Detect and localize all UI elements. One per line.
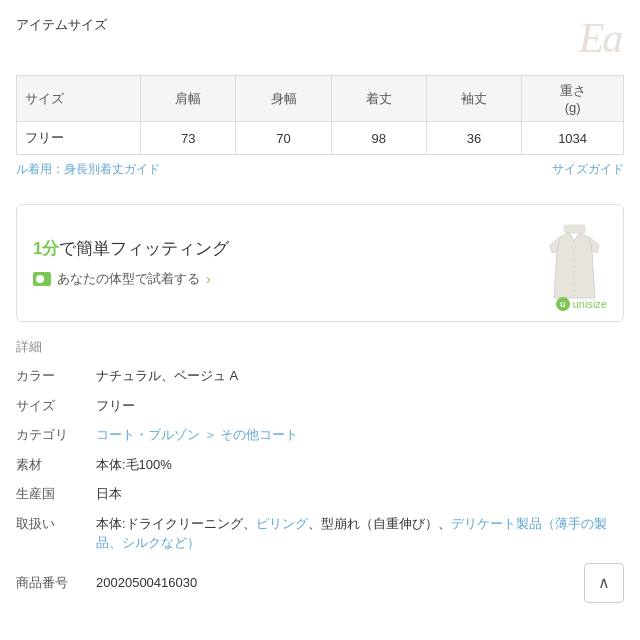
cell-shoulder: 73 <box>141 122 236 155</box>
fitting-image <box>542 223 607 303</box>
height-guide-link[interactable]: ル着用：身長別着丈ガイド <box>16 161 160 178</box>
col-header-weight: 重さ(g) <box>522 76 624 122</box>
detail-row-color: カラー ナチュラル、ベージュ A <box>16 366 624 386</box>
detail-row-size: サイズ フリー <box>16 396 624 416</box>
col-header-size: サイズ <box>17 76 141 122</box>
delicate-link[interactable]: デリケート製品（薄手の製品、シルクなど） <box>96 516 607 551</box>
fitting-subtitle-text: あなたの体型で試着する <box>57 270 200 288</box>
col-header-width: 身幅 <box>236 76 331 122</box>
size-section: アイテムサイズ サイズ 肩幅 身幅 着丈 袖丈 重さ(g) フリー 73 70 … <box>16 16 624 204</box>
fitting-subtitle[interactable]: あなたの体型で試着する › <box>33 270 532 288</box>
detail-value-category: コート・ブルゾン ＞ その他コート <box>96 425 624 445</box>
detail-label-care: 取扱い <box>16 514 96 534</box>
unisize-label: u unisize <box>556 297 607 311</box>
fitting-title-highlight: 1分 <box>33 239 59 258</box>
detail-label-origin: 生産国 <box>16 484 96 504</box>
fitting-icon <box>33 272 51 286</box>
fitting-title: 1分で簡単フィッティング <box>33 238 532 260</box>
cell-weight: 1034 <box>522 122 624 155</box>
unisize-text: unisize <box>573 298 607 310</box>
fitting-arrow-icon: › <box>206 271 211 287</box>
detail-value-care: 本体:ドライクリーニング、ピリング、型崩れ（自重伸び）、デリケート製品（薄手の製… <box>96 514 624 553</box>
detail-row-category: カテゴリ コート・ブルゾン ＞ その他コート <box>16 425 624 445</box>
table-header-row: サイズ 肩幅 身幅 着丈 袖丈 重さ(g) <box>17 76 624 122</box>
dress-illustration <box>542 223 607 303</box>
detail-value-size: フリー <box>96 396 624 416</box>
table-row: フリー 73 70 98 36 1034 <box>17 122 624 155</box>
detail-value-color: ナチュラル、ベージュ A <box>96 366 624 386</box>
details-header: 詳細 <box>16 338 624 356</box>
detail-label-material: 素材 <box>16 455 96 475</box>
cell-size: フリー <box>17 122 141 155</box>
guide-links: ル着用：身長別着丈ガイド サイズガイド <box>16 161 624 178</box>
svg-rect-0 <box>564 225 585 233</box>
detail-row-origin: 生産国 日本 <box>16 484 624 504</box>
detail-label-size: サイズ <box>16 396 96 416</box>
unisize-icon: u <box>556 297 570 311</box>
fitting-title-text: で簡単フィッティング <box>59 239 229 258</box>
fitting-box[interactable]: 1分で簡単フィッティング あなたの体型で試着する › <box>16 204 624 322</box>
back-to-top-button[interactable]: ∧ <box>584 563 624 603</box>
detail-value-material: 本体:毛100% <box>96 455 624 475</box>
size-guide-link[interactable]: サイズガイド <box>552 161 624 178</box>
col-header-length: 着丈 <box>331 76 426 122</box>
ea-badge-area: Ea <box>560 0 640 75</box>
details-section: 詳細 カラー ナチュラル、ベージュ A サイズ フリー カテゴリ コート・ブルゾ… <box>16 338 624 623</box>
ea-badge: Ea <box>579 17 622 59</box>
detail-row-care: 取扱い 本体:ドライクリーニング、ピリング、型崩れ（自重伸び）、デリケート製品（… <box>16 514 624 553</box>
size-table: サイズ 肩幅 身幅 着丈 袖丈 重さ(g) フリー 73 70 98 36 10… <box>16 75 624 155</box>
cell-length: 98 <box>331 122 426 155</box>
col-header-shoulder: 肩幅 <box>141 76 236 122</box>
back-to-top-arrow-icon: ∧ <box>598 573 610 592</box>
col-header-sleeve: 袖丈 <box>426 76 521 122</box>
detail-row-material: 素材 本体:毛100% <box>16 455 624 475</box>
detail-value-origin: 日本 <box>96 484 624 504</box>
detail-label-product-number: 商品番号 <box>16 573 96 593</box>
size-section-title: アイテムサイズ <box>16 16 624 34</box>
detail-label-color: カラー <box>16 366 96 386</box>
cell-sleeve: 36 <box>426 122 521 155</box>
category-link[interactable]: コート・ブルゾン ＞ その他コート <box>96 427 298 442</box>
page-wrapper: Ea アイテムサイズ サイズ 肩幅 身幅 着丈 袖丈 重さ(g) フリー 73 … <box>0 0 640 623</box>
cell-width: 70 <box>236 122 331 155</box>
detail-row-product-number: 商品番号 20020500416030 ∧ <box>16 563 624 603</box>
detail-label-category: カテゴリ <box>16 425 96 445</box>
detail-value-product-number: 20020500416030 <box>96 573 574 593</box>
pilling-link[interactable]: ピリング <box>256 516 308 531</box>
fitting-left: 1分で簡単フィッティング あなたの体型で試着する › <box>33 238 532 288</box>
